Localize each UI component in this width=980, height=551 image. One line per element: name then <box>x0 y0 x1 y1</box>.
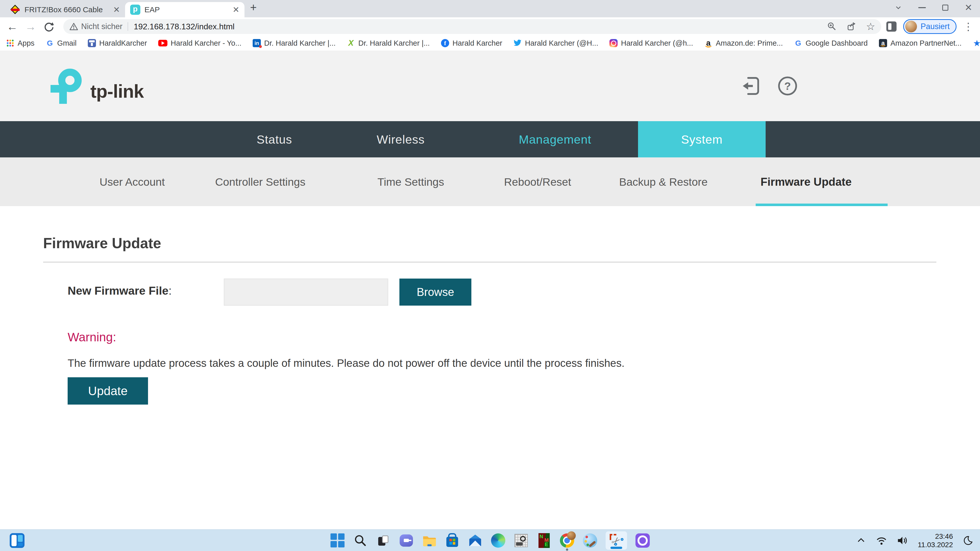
google-g-icon <box>46 39 54 47</box>
network-tool-icon[interactable] <box>514 533 528 548</box>
task-view-icon[interactable] <box>376 533 391 548</box>
tab-close-icon[interactable]: ✕ <box>232 6 239 14</box>
bookmark-label: Harald Karcher (@h... <box>621 39 693 48</box>
brand-name: tp-link <box>90 81 144 104</box>
subnav-firmware-update[interactable]: Firmware Update <box>760 176 852 188</box>
restore-icon[interactable] <box>942 5 948 11</box>
security-label: Nicht sicher <box>81 22 123 31</box>
snipping-tool-icon[interactable]: ✂ <box>606 531 627 550</box>
bookmark-label: Dr. Harald Karcher |... <box>264 39 336 48</box>
bookmark-label: Harald Karcher - Yo... <box>171 39 242 48</box>
address-bar[interactable]: Nicht sicher 192.168.178.132/index.html … <box>63 19 881 34</box>
subnav-user-account[interactable]: User Account <box>100 176 165 188</box>
side-panel-icon[interactable] <box>886 21 897 32</box>
tplink-logo-mark <box>51 68 82 104</box>
chat-icon[interactable] <box>399 533 414 548</box>
file-field-colon: : <box>169 284 172 297</box>
file-explorer-icon[interactable] <box>422 533 437 548</box>
help-icon[interactable]: ? <box>777 76 798 96</box>
nav-system[interactable]: System <box>638 121 765 157</box>
close-icon[interactable]: ✕ <box>965 3 972 12</box>
search-icon[interactable] <box>353 533 368 548</box>
warning-text: The firmware update process takes a coup… <box>68 357 625 369</box>
widgets-icon[interactable] <box>10 533 24 548</box>
tab-title: EAP <box>145 5 228 14</box>
chrome-icon[interactable] <box>560 533 574 548</box>
not-secure-icon <box>69 22 78 31</box>
profile-chip[interactable]: Pausiert <box>903 19 956 34</box>
subnav-time-settings[interactable]: Time Settings <box>377 176 444 188</box>
main-nav: Status Wireless Management System <box>0 121 980 157</box>
fritzbox-favicon <box>10 5 21 15</box>
back-icon[interactable]: ← <box>6 21 18 32</box>
bookmark-apps[interactable]: Apps <box>6 39 35 48</box>
logout-icon[interactable] <box>740 75 762 97</box>
twitter-icon <box>514 39 522 47</box>
bookmark-youtube[interactable]: Harald Karcher - Yo... <box>158 39 242 48</box>
camera-app-icon[interactable] <box>635 533 650 548</box>
menu-kebab-icon[interactable]: ⋮ <box>963 21 974 32</box>
bookmark-amazon-partnernet[interactable]: Amazon PartnerNet... <box>879 39 962 48</box>
bookmark-twitter[interactable]: Harald Karcher (@H... <box>514 39 598 48</box>
mail-icon[interactable] <box>468 533 483 548</box>
zoom-icon[interactable] <box>827 22 837 32</box>
youtube-icon <box>158 40 167 46</box>
apps-grid-icon <box>6 39 14 47</box>
page-title: Firmware Update <box>43 235 161 251</box>
tab-search-chevron-icon[interactable] <box>895 4 902 11</box>
active-app-indicator <box>611 547 622 549</box>
microsoft-store-icon[interactable] <box>445 533 460 548</box>
volume-icon[interactable] <box>897 535 908 546</box>
bookmark-label: Gmail <box>57 39 76 48</box>
warning-heading: Warning: <box>68 330 116 344</box>
taskbar-clock[interactable]: 23:46 11.03.2022 <box>918 532 953 549</box>
site-favicon-blue-icon <box>88 39 96 47</box>
bookmark-label: Harald Karcher <box>452 39 502 48</box>
linkedin-icon <box>253 39 261 47</box>
share-icon[interactable] <box>846 22 856 32</box>
bookmark-label: Google Dashboard <box>805 39 867 48</box>
wifi-icon[interactable] <box>876 535 887 546</box>
new-tab-icon[interactable]: + <box>250 1 257 14</box>
tplink-favicon <box>130 5 140 15</box>
url-text[interactable]: 192.168.178.132/index.html <box>134 22 234 32</box>
instagram-icon <box>609 39 617 47</box>
update-button[interactable]: Update <box>68 377 148 405</box>
taskbar-date: 11.03.2022 <box>918 540 953 549</box>
paint-icon[interactable] <box>583 533 597 548</box>
firmware-file-input[interactable] <box>224 279 388 306</box>
bookmark-gmail[interactable]: Gmail <box>46 39 76 48</box>
focus-assist-moon-icon[interactable] <box>963 535 974 546</box>
start-icon[interactable] <box>330 533 345 548</box>
edge-icon[interactable] <box>491 533 506 548</box>
bookmark-xing[interactable]: Dr. Harald Karcher |... <box>347 39 430 48</box>
bookmark-facebook[interactable]: Harald Karcher <box>441 39 502 48</box>
minimize-icon[interactable] <box>918 7 926 8</box>
taskbar-chevron-up-icon[interactable] <box>856 535 866 546</box>
windows-taskbar: NME ✂ 23:46 11.03.2022 <box>0 529 980 551</box>
nme-app-icon[interactable]: NME <box>537 533 552 548</box>
nav-status[interactable]: Status <box>220 121 329 157</box>
browse-button[interactable]: Browse <box>399 279 471 306</box>
tab-close-icon[interactable]: ✕ <box>113 6 120 14</box>
bookmark-linkedin[interactable]: Dr. Harald Karcher |... <box>253 39 336 48</box>
bookmark-haraldkarcher[interactable]: HaraldKarcher <box>88 39 147 48</box>
bookmark-label: Amazon PartnerNet... <box>891 39 962 48</box>
subnav-reboot-reset[interactable]: Reboot/Reset <box>504 176 571 188</box>
browser-tab-eap[interactable]: EAP ✕ <box>125 2 245 17</box>
forward-icon[interactable]: → <box>25 21 36 32</box>
xing-icon <box>347 39 355 47</box>
page-content: Firmware Update New Firmware File: Brows… <box>0 206 980 529</box>
reload-icon[interactable] <box>43 21 55 32</box>
browser-tab-fritzbox[interactable]: FRITZ!Box 6660 Cable ✕ <box>5 2 125 17</box>
bookmark-amazon[interactable]: Amazon.de: Prime... <box>704 39 783 48</box>
subnav-controller-settings[interactable]: Controller Settings <box>215 176 305 188</box>
profile-status-label: Pausiert <box>921 22 950 31</box>
bookmark-bookmarks[interactable]: Bookmarks <box>973 39 980 48</box>
bookmark-google-dashboard[interactable]: Google Dashboard <box>794 39 867 48</box>
bookmark-star-icon[interactable]: ☆ <box>866 21 875 32</box>
bookmark-instagram[interactable]: Harald Karcher (@h... <box>609 39 693 48</box>
nav-management[interactable]: Management <box>472 121 638 157</box>
nav-wireless[interactable]: Wireless <box>329 121 472 157</box>
subnav-backup-restore[interactable]: Backup & Restore <box>619 176 708 188</box>
